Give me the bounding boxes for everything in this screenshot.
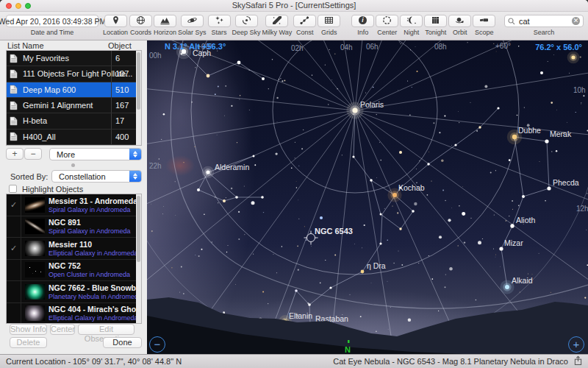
toolbar-button-center[interactable]: Center	[376, 15, 398, 36]
scrollbar[interactable]	[136, 51, 141, 145]
toolbar-button-grids[interactable]: Grids	[318, 15, 340, 36]
star[interactable]	[197, 188, 200, 191]
toolbar-button-horizon[interactable]: Horizon	[154, 15, 176, 36]
coords-icon	[136, 15, 146, 28]
star-Kochab[interactable]	[392, 193, 397, 197]
object-row[interactable]: ✓Messier 110Elliptical Galaxy in Androme…	[7, 238, 141, 260]
zoom-window-button[interactable]	[25, 3, 31, 9]
star[interactable]	[399, 227, 401, 230]
done-button[interactable]: Done	[103, 337, 142, 348]
toolbar: Wed Apr 20, 2016 03:49:38 PM Date and Ti…	[0, 12, 588, 40]
observed-checkmark[interactable]	[7, 281, 21, 302]
star[interactable]	[399, 186, 401, 188]
toolbar-button-night[interactable]: Night	[400, 15, 423, 36]
toolbar-button-orbit[interactable]: Orbit	[448, 15, 471, 36]
star-Mizar[interactable]	[499, 247, 503, 250]
search-input[interactable]	[517, 16, 570, 26]
sky-view[interactable]: CaphPolarisAlderaminKochabDubheMerakPhec…	[147, 40, 588, 354]
object-row[interactable]: NGC 404 - Mirach's GhostElliptical Galax…	[7, 303, 141, 325]
star[interactable]	[223, 199, 226, 202]
star[interactable]	[262, 77, 265, 80]
toolbar-button-const[interactable]: Const	[293, 15, 316, 36]
observed-checkmark[interactable]	[7, 216, 21, 238]
star-η Dra[interactable]	[361, 270, 365, 274]
star-Phecda[interactable]	[547, 186, 551, 190]
object-row[interactable]: NGC 7662 - Blue Snowball NebulaPlanetary…	[7, 281, 141, 303]
info-icon: i	[358, 15, 368, 28]
star[interactable]	[478, 126, 481, 128]
scrollbar[interactable]	[136, 194, 141, 323]
star[interactable]	[522, 195, 525, 198]
list-row[interactable]: H400_All400	[7, 130, 141, 145]
edit-observation-button[interactable]: Edit Observation	[78, 324, 135, 335]
toolbar-button-milkyway[interactable]: Milky Way	[262, 15, 293, 36]
star[interactable]	[571, 55, 575, 59]
sorted-by-popup[interactable]: Constellation	[51, 170, 142, 183]
star-Merak[interactable]	[545, 139, 548, 143]
sky-canvas[interactable]: CaphPolarisAlderaminKochabDubheMerakPhec…	[147, 40, 588, 354]
star[interactable]	[412, 210, 415, 213]
star[interactable]	[399, 151, 402, 154]
star[interactable]	[379, 242, 381, 244]
search-icon	[508, 15, 515, 28]
toolbar-button-coords[interactable]: Coords	[129, 15, 152, 36]
minimize-window-button[interactable]	[15, 3, 21, 9]
star-Alkaid[interactable]	[505, 285, 509, 289]
datetime-value[interactable]: Wed Apr 20, 2016 03:49:38 PM	[6, 15, 98, 27]
datetime-control[interactable]: Wed Apr 20, 2016 03:49:38 PM Date and Ti…	[6, 15, 98, 36]
add-list-button[interactable]: +	[6, 148, 24, 160]
star[interactable]	[370, 179, 373, 182]
list-row[interactable]: H-beta17	[7, 113, 141, 129]
toolbar-button-info[interactable]: iInfo	[351, 15, 374, 36]
star[interactable]	[329, 286, 331, 289]
observed-checkmark[interactable]: ✓	[7, 238, 21, 259]
star[interactable]	[454, 144, 456, 146]
star-Dubhe[interactable]	[512, 135, 517, 139]
object-row[interactable]: NGC 752Open Cluster in Andromeda	[7, 260, 141, 282]
star[interactable]	[427, 163, 429, 165]
star-Alioth[interactable]	[510, 224, 514, 227]
toolbar-button-solarsys[interactable]: Solar Sys	[178, 15, 207, 36]
star[interactable]	[320, 216, 323, 219]
star[interactable]	[352, 155, 354, 158]
observed-checkmark[interactable]	[7, 303, 21, 325]
toolbar-button-tonight[interactable]: Tonight	[424, 15, 447, 36]
toolbar-button-deepsky[interactable]: Deep Sky	[232, 15, 261, 36]
close-window-button[interactable]	[6, 3, 12, 9]
zoom-out-button[interactable]: −	[149, 336, 165, 353]
star[interactable]	[235, 196, 238, 199]
star[interactable]	[207, 74, 210, 78]
star[interactable]	[237, 61, 241, 65]
star-Alderamin[interactable]	[206, 170, 209, 174]
list-row[interactable]: 111 Objects For Light Pollute...107	[7, 66, 141, 82]
star[interactable]	[253, 155, 255, 158]
toolbar-button-location[interactable]: Location	[103, 15, 128, 36]
star[interactable]	[540, 71, 543, 74]
list-row[interactable]: Gemini 1 Alignment167	[7, 98, 141, 113]
object-row[interactable]: ✓Messier 31 - Andromeda GalaxySpiral Gal…	[7, 194, 141, 216]
list-row[interactable]: My Favorites6	[7, 51, 141, 66]
toolbar-button-scope[interactable]: Scope	[473, 15, 495, 36]
star[interactable]	[308, 303, 311, 306]
highlight-objects-checkbox[interactable]	[9, 185, 17, 193]
star[interactable]	[295, 289, 298, 292]
remove-list-button[interactable]: −	[24, 148, 42, 160]
clear-search-icon[interactable]: ✕	[572, 17, 580, 25]
more-popup[interactable]: More	[49, 148, 142, 160]
toolbar-button-stars[interactable]: Stars	[208, 15, 231, 36]
star[interactable]	[497, 107, 499, 109]
observed-checkmark[interactable]: ✓	[7, 194, 21, 216]
star[interactable]	[380, 213, 382, 216]
panel-resize-handle[interactable]	[71, 163, 75, 167]
list-row[interactable]: Deep Map 600510	[7, 82, 141, 98]
search-box[interactable]: ✕	[504, 15, 584, 27]
share-icon[interactable]	[574, 355, 582, 367]
star[interactable]	[261, 196, 264, 199]
star-Polaris[interactable]	[352, 107, 357, 113]
delete-button[interactable]: Delete	[10, 337, 47, 348]
observed-checkmark[interactable]	[7, 260, 21, 281]
center-button[interactable]: Center	[50, 324, 75, 335]
zoom-in-button[interactable]: +	[568, 336, 584, 353]
show-info-button[interactable]: Show Info	[10, 324, 47, 335]
object-row[interactable]: NGC 891Spiral Galaxy in Andromeda	[7, 216, 141, 238]
